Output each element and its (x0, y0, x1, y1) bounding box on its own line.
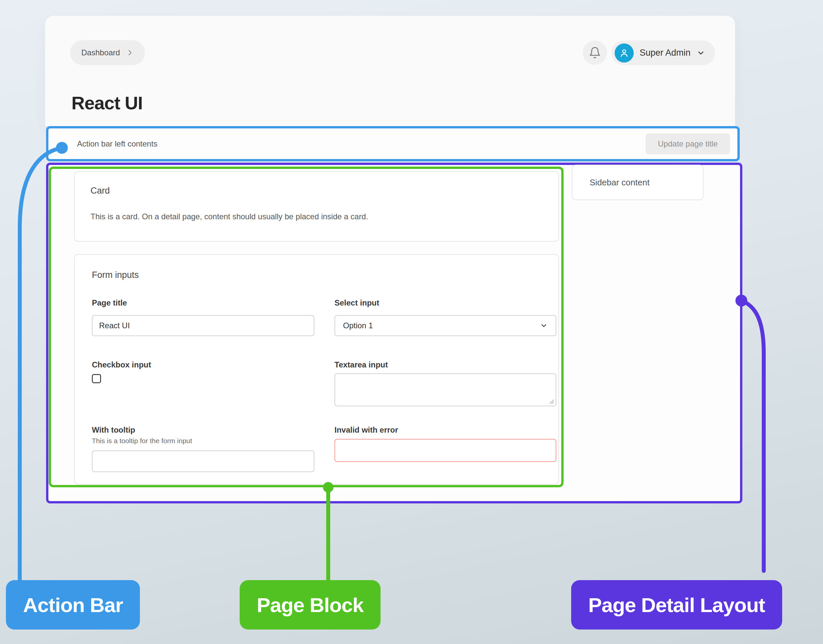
header-card: Dashboard (45, 16, 735, 126)
chevron-right-icon (126, 49, 134, 56)
user-name: Super Admin (640, 48, 691, 58)
annotation-page-block: Page Block (240, 580, 380, 630)
notifications-button[interactable] (583, 40, 607, 65)
bell-icon (589, 46, 601, 59)
breadcrumb[interactable]: Dashboard (70, 40, 145, 65)
avatar (615, 43, 634, 63)
action-bar-left-text: Action bar left contents (77, 139, 157, 149)
action-bar-region: Action bar left contents Update page tit… (46, 126, 740, 161)
update-page-title-button[interactable]: Update page title (645, 133, 730, 155)
sidebar-content-text: Sidebar content (590, 178, 650, 188)
page-title: React UI (71, 92, 143, 113)
person-icon (619, 48, 630, 58)
user-menu[interactable]: Super Admin (612, 40, 715, 65)
chevron-down-icon (697, 49, 705, 57)
annotation-page-detail-layout: Page Detail Layout (571, 580, 782, 630)
page-block-region (49, 167, 564, 487)
annotation-action-bar: Action Bar (6, 580, 140, 630)
breadcrumb-label: Dashboard (81, 48, 120, 57)
sidebar-card: Sidebar content (572, 165, 703, 200)
annotated-screenshot: Dashboard (0, 0, 823, 644)
